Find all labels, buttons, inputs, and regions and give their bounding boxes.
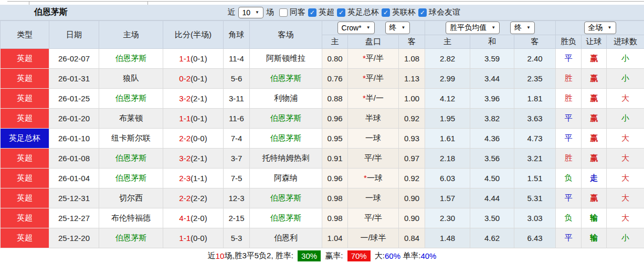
checkbox-unchecked-icon[interactable] [279, 8, 288, 17]
away-team-cell[interactable]: 利物浦 [250, 89, 322, 109]
type-cell: 英超 [1, 228, 49, 248]
result-value: 胜 [565, 153, 573, 162]
avg-home-cell: 2.30 [425, 208, 470, 228]
score-cell: 4-1(2-0) [163, 208, 224, 228]
date-cell: 26-01-04 [49, 169, 99, 188]
home-team-cell[interactable]: 布莱顿 [99, 109, 163, 129]
odds-away-cell: 0.97 [399, 149, 425, 169]
filter-bar: 近 10 ▼ 场 同客✓英超✓英足总杯✓英联杯✓球会友谊 [228, 7, 461, 18]
odds-company-select[interactable]: Crow* ▼ [337, 22, 375, 34]
match-history-widget: 伯恩茅斯 近 10 ▼ 场 同客✓英超✓英足总杯✓英联杯✓球会友谊 类型 日期 … [0, 0, 644, 263]
odds-away-cell: 1.08 [399, 49, 425, 69]
avg-home-cell: 4.12 [425, 89, 470, 109]
odds-final-select[interactable]: 终 ▼ [385, 22, 410, 34]
avg-draw-cell: 3.56 [470, 149, 514, 169]
avg-away-cell: 5.31 [514, 188, 556, 208]
near-matches-select[interactable]: 10 ▼ [238, 7, 264, 18]
avg-home-cell: 1.95 [425, 109, 470, 129]
odds-away-cell: 0.93 [399, 129, 425, 149]
near-label: 近 [228, 7, 236, 17]
avg-away-cell: 1.51 [514, 169, 556, 188]
away-team-cell[interactable]: 托特纳姆热刺 [250, 149, 322, 169]
stat-text: 近 [208, 251, 216, 261]
avg-final-select[interactable]: 终 ▼ [510, 22, 535, 34]
fulltime-score: 2-2 [179, 134, 191, 143]
halftime-score: (2-1) [191, 154, 207, 163]
goals-value: 大 [621, 173, 629, 182]
chevron-down-icon: ▼ [366, 26, 371, 30]
chevron-down-icon: ▼ [608, 26, 612, 30]
result-value: 平 [565, 133, 573, 142]
handicap-result-cell: 输 [582, 228, 607, 248]
home-team-cell[interactable]: 狼队 [99, 69, 163, 89]
checkbox-checked-icon[interactable]: ✓ [418, 8, 427, 17]
handicap-result-value: 赢 [590, 193, 598, 202]
away-team-cell[interactable]: 阿斯顿维拉 [250, 49, 322, 69]
home-team-cell[interactable]: 切尔西 [99, 188, 163, 208]
goals-cell: 大 [607, 149, 644, 169]
chevron-down-icon: ▼ [402, 26, 406, 30]
odds-home-cell: 0.96 [322, 109, 348, 129]
away-team-cell[interactable]: 伯恩茅斯 [250, 208, 322, 228]
score-cell: 3-2(2-1) [163, 149, 224, 169]
odds-home-cell: 0.76 [322, 69, 348, 89]
table-row: 英超 25-12-27 布伦特福德 4-1(2-0) 2-15 伯恩茅斯 0.9… [1, 208, 644, 228]
away-team-cell[interactable]: 伯恩茅斯 [250, 69, 322, 89]
handicap-result-value: 走 [590, 173, 598, 182]
goals-cell: 小 [607, 69, 644, 89]
type-cell: 英超 [1, 208, 49, 228]
checkbox-checked-icon[interactable]: ✓ [337, 8, 345, 17]
stat-text: 40% [420, 251, 436, 260]
table-row: 英超 26-01-25 伯恩茅斯 3-2(2-1) 3-11 利物浦 0.88 … [1, 89, 644, 109]
avg-final-value: 终 [514, 23, 522, 33]
home-team-cell[interactable]: 伯恩茅斯 [99, 49, 163, 69]
odds-home-cell: 0.80 [322, 49, 348, 69]
home-team-cell[interactable]: 伯恩茅斯 [99, 89, 163, 109]
table-row: 英超 26-01-08 伯恩茅斯 3-2(2-1) 3-7 托特纳姆热刺 0.9… [1, 149, 644, 169]
handicap-cell: 一/球半 [348, 228, 399, 248]
fullmatch-select[interactable]: 全场 ▼ [584, 22, 616, 34]
odds-home-cell: 0.91 [322, 149, 348, 169]
filter-item: 同客 [279, 7, 305, 17]
table-row: 英超 26-02-07 伯恩茅斯 1-1(0-1) 11-4 阿斯顿维拉 0.8… [1, 49, 644, 69]
home-team-cell[interactable]: 伯恩茅斯 [99, 149, 163, 169]
score-cell: 3-2(2-1) [163, 89, 224, 109]
checkbox-checked-icon[interactable]: ✓ [308, 8, 316, 17]
home-team-cell[interactable]: 伯恩茅斯 [99, 228, 163, 248]
chevron-down-icon: ▼ [255, 10, 259, 15]
avg-draw-cell: 4.62 [470, 228, 514, 248]
filter-item: ✓球会友谊 [418, 7, 460, 17]
away-team-cell[interactable]: 伯恩茅斯 [250, 129, 322, 149]
away-team-cell[interactable]: 阿森纳 [250, 169, 322, 188]
away-team-cell[interactable]: 伯恩利 [250, 228, 322, 248]
handicap-cell: *平/半 [348, 49, 399, 69]
corners-cell: 2-15 [224, 208, 250, 228]
away-team-cell[interactable]: 伯恩茅斯 [250, 109, 322, 129]
result-value: 平 [565, 193, 573, 202]
stat-badge: 30% [298, 250, 321, 261]
matches-tbody: 英超 26-02-07 伯恩茅斯 1-1(0-1) 11-4 阿斯顿维拉 0.8… [1, 49, 644, 248]
goals-value: 小 [621, 54, 629, 62]
odds-away-cell: 0.90 [399, 188, 425, 208]
stat-text: 大: [373, 251, 385, 261]
col-header-odds-away: 客 [399, 35, 425, 49]
filter-label: 同客 [290, 7, 305, 17]
avg-select[interactable]: 胜平负均值 ▼ [446, 22, 500, 34]
handicap-result-cell: 赢 [582, 149, 607, 169]
goals-value: 大 [621, 213, 629, 222]
corners-cell: 12-3 [224, 188, 250, 208]
home-team-cell[interactable]: 伯恩茅斯 [99, 169, 163, 188]
team-title: 伯恩茅斯 [34, 7, 68, 18]
avg-home-cell: 1.61 [425, 129, 470, 149]
away-team-cell[interactable]: 伯恩茅斯 [250, 188, 322, 208]
handicap-result-cell: 赢 [582, 188, 607, 208]
home-team-cell[interactable]: 纽卡斯尔联 [99, 129, 163, 149]
avg-draw-cell: 3.82 [470, 109, 514, 129]
odds-home-cell: 0.98 [322, 188, 348, 208]
fulltime-score: 1-1 [179, 54, 191, 63]
handicap-result-cell: 走 [582, 169, 607, 188]
title-bar: 伯恩茅斯 近 10 ▼ 场 同客✓英超✓英足总杯✓英联杯✓球会友谊 [0, 5, 644, 20]
fulltime-score: 3-2 [179, 94, 191, 103]
checkbox-checked-icon[interactable]: ✓ [382, 8, 390, 17]
home-team-cell[interactable]: 布伦特福德 [99, 208, 163, 228]
